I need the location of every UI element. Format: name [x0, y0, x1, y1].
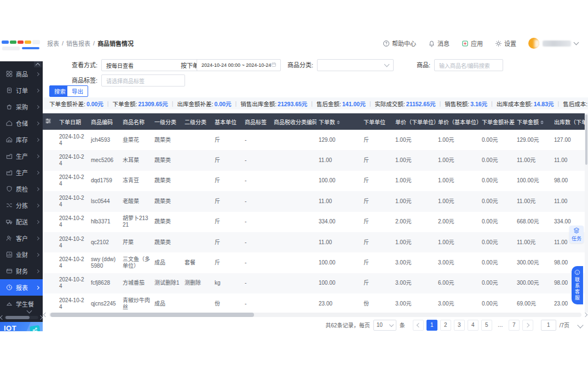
settings-button[interactable]: 设置 [495, 39, 516, 48]
column-header[interactable]: 单价（基本单位） [436, 113, 480, 130]
customer-service-button[interactable]: 联系客服 [572, 266, 583, 304]
sidebar-item-business-finance[interactable]: 业财 [0, 246, 43, 263]
table-row[interactable]: 2024-10-24jch4593韭菜花蔬菜类斤-129.00斤1.00元1.0… [43, 130, 588, 150]
category-select[interactable] [317, 59, 394, 71]
page-button-2[interactable]: 2 [440, 320, 451, 331]
column-header-label: 下单数 [319, 119, 335, 125]
sidebar-item-sorting[interactable]: 分拣 [0, 197, 43, 214]
hscroll-thumb[interactable] [50, 313, 254, 317]
next-page-button[interactable] [522, 320, 533, 331]
table-row[interactable]: 2024-10-24qjcns2245青椒炒牛肉丝成品份-23.00份3.00元… [43, 293, 588, 313]
table-hscrollbar[interactable] [44, 313, 587, 317]
sidebar-item-inventory[interactable]: 库存 [0, 131, 43, 148]
page-button-4[interactable]: 4 [468, 320, 479, 331]
table-cell [182, 171, 212, 191]
table-cell: - [243, 293, 272, 313]
table-cell: 斤 [361, 252, 393, 273]
table-cell [182, 232, 212, 252]
column-header[interactable]: 下单金额补差? [480, 113, 515, 130]
column-header[interactable]: 单价（下单单位）? [393, 113, 436, 130]
table-cell: 2024-10-24 [57, 191, 89, 211]
table-row[interactable]: 2024-10-24fcfj8628方城番茄测试删除1测删除kg-100.00斤… [43, 273, 588, 293]
column-settings-icon[interactable] [45, 118, 51, 124]
table-cell [272, 232, 316, 252]
sidebar-item-label: 仓储 [16, 119, 28, 128]
apps-label: 应用 [471, 39, 483, 48]
app-window: 商品订单采购仓储库存生产生产质检分拣配送客户业财财务报表学生餐 IOT 设备与环… [0, 33, 588, 331]
table-row[interactable]: 2024-10-24mec5206木耳菜蔬菜类斤-11.00斤1.00元1.00… [43, 150, 588, 170]
chevron-right-icon [36, 137, 39, 141]
sidebar-item-quality[interactable]: 质检 [0, 181, 43, 197]
sidebar-item-customers[interactable]: 客户 [0, 230, 43, 246]
page-button-5[interactable]: 5 [481, 320, 492, 331]
column-header-label: 下单单位 [364, 119, 385, 125]
table-vscrollbar[interactable] [585, 113, 588, 313]
sidebar-item-finance[interactable]: 财务 [0, 263, 43, 279]
column-header[interactable]: 下单金额 [515, 113, 552, 130]
table-cell: - [243, 273, 272, 293]
iot-banner[interactable]: IOT 设备与环境 [0, 322, 43, 331]
sidebar-item-student-meal[interactable]: 学生餐 [0, 296, 43, 312]
user-account-menu[interactable] [528, 38, 578, 49]
product-search-input[interactable]: 输入商品名/编码搜索 [434, 59, 503, 71]
sidebar-item-reports[interactable]: 报表 [0, 279, 43, 296]
sidebar-item-warehouse[interactable]: 仓储 [0, 115, 43, 131]
sidebar-item-orders[interactable]: 订单 [0, 82, 43, 99]
stat-separator: | [558, 100, 560, 107]
sidebar-item-delivery[interactable]: 配送 [0, 214, 43, 230]
breadcrumb-item[interactable]: 报表 [47, 39, 59, 48]
sidebar-item-purchase[interactable]: 采购 [0, 99, 43, 115]
export-button[interactable]: 导出 [67, 85, 88, 97]
table-row[interactable]: 2024-10-24hlb3371胡萝卜21321蔬菜类斤-334.00斤2.0… [43, 212, 588, 232]
table-cell: 100.00 [316, 171, 361, 191]
sidebar-item-production[interactable]: 生产 [0, 148, 43, 164]
sidebar-hscroll-thumb[interactable] [5, 316, 30, 319]
table-cell: 0.00元 [480, 232, 515, 252]
column-header: 基本单位 [212, 113, 243, 130]
table-cell: 套餐 [182, 252, 212, 273]
page-button-3[interactable]: 3 [454, 320, 465, 331]
page-size-select[interactable]: 10 [373, 320, 396, 331]
apps-button[interactable]: 应用 [462, 39, 483, 48]
table-cell [182, 293, 212, 313]
table-vscroll-thumb[interactable] [585, 114, 587, 165]
logo-bar-blue [2, 41, 9, 44]
messages-button[interactable]: 消息 [428, 39, 449, 48]
page-button-1[interactable]: 1 [426, 320, 437, 331]
table-cell: 份 [361, 293, 393, 313]
sidebar-item-label: 学生餐 [16, 299, 34, 308]
sidebar-item-goods[interactable]: 商品 [0, 66, 43, 82]
page-button-7[interactable]: 7 [509, 320, 520, 331]
breadcrumb: 报表 / 销售报表 / 商品销售情况 [47, 33, 134, 54]
table-row[interactable]: 2024-10-24lsc0544老酸菜蔬菜类斤-11.00斤1.00元1.00… [43, 191, 588, 211]
tasks-floating-button[interactable]: 任务 [569, 226, 584, 243]
date-range-input[interactable]: 2024-10-24 00:00 ~ 2024-10-24 24:00 [197, 59, 281, 71]
sidebar-scroll-left-icon[interactable] [0, 315, 4, 320]
sort-icon[interactable] [337, 120, 340, 124]
table-cell: 0.00元 [480, 293, 515, 313]
tag-select[interactable]: 请选择商品标签 [101, 74, 185, 87]
breadcrumb-item[interactable]: 销售报表 [66, 39, 90, 48]
sidebar-scroll-right-icon[interactable] [38, 315, 43, 320]
scroll-left-icon[interactable] [43, 313, 48, 317]
tasks-label: 任务 [572, 235, 581, 242]
prev-page-button[interactable] [413, 320, 424, 331]
sort-icon[interactable] [540, 120, 544, 124]
sidebar-item-production2[interactable]: 生产 [0, 164, 43, 181]
table-row[interactable]: 2024-10-24qc2102芹菜蔬菜类斤-11.00斤1.00元1.00元0… [43, 232, 588, 252]
row-leading-cell [43, 150, 57, 170]
bell-icon [428, 40, 435, 47]
sidebar-hscrollbar[interactable] [0, 315, 43, 320]
sidebar-item-label: 采购 [16, 102, 28, 111]
table-row[interactable]: 2024-10-24dqd1759冻青豆蔬菜类斤-100.00斤1.00元1.0… [43, 171, 588, 191]
pager: 12345…7 [413, 320, 533, 331]
column-header-label: 单价（基本单位） [438, 119, 480, 125]
scroll-right-icon[interactable] [583, 313, 587, 317]
column-header[interactable]: 下单数 [316, 113, 361, 130]
table-cell: 蔬菜类 [152, 212, 182, 232]
help-center-button[interactable]: 帮助中心 [383, 39, 416, 48]
table-cell: 斤 [212, 150, 243, 170]
stat-label: 销售出库金额: [240, 100, 276, 108]
page-jump-input[interactable]: 1 [541, 320, 556, 331]
table-row[interactable]: 2024-10-24swy (ddw) 5980三文鱼（多单位）成品套餐斤-10… [43, 252, 588, 273]
